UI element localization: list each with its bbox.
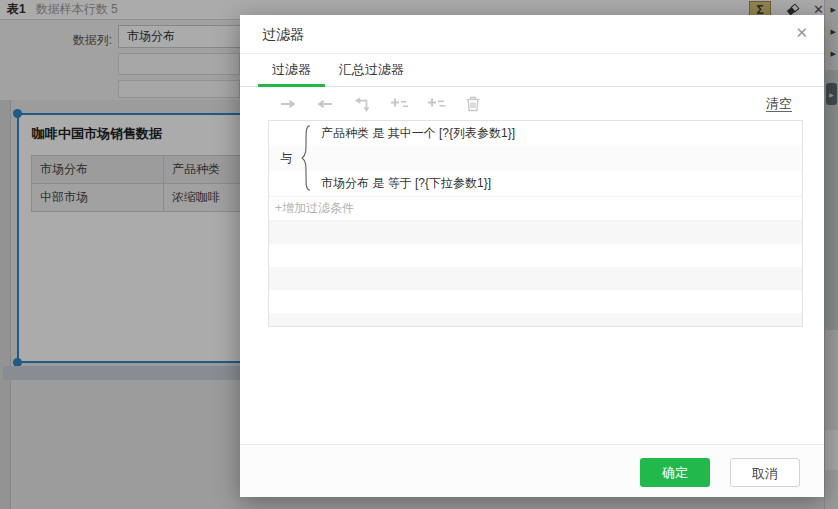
- move-left-button[interactable]: [315, 94, 335, 114]
- condition-group: 产品种类 是 其中一个 [?{列表参数1}] 市场分布 是 等于 [?{下拉参数…: [269, 121, 802, 197]
- dialog-title: 过滤器: [262, 15, 304, 53]
- move-to-sublevel-icon: [352, 94, 372, 114]
- filter-dialog: 过滤器 ✕ 过滤器 汇总过滤器: [240, 15, 824, 497]
- add-filter-condition-row[interactable]: +增加过滤条件: [269, 197, 802, 221]
- app-root: 表1 数据样本行数 5 Σ ✕ 数据列: 市场分布: [0, 0, 838, 509]
- empty-list-row: [269, 244, 802, 267]
- cancel-button[interactable]: 取消: [730, 458, 800, 487]
- dialog-footer: 确定 取消: [240, 444, 824, 497]
- dialog-header: 过滤器 ✕: [240, 15, 824, 54]
- trash-icon: [463, 94, 483, 114]
- filter-condition-row[interactable]: 产品种类 是 其中一个 [?{列表参数1}]: [269, 121, 802, 146]
- condition-group-spacer: [269, 146, 802, 171]
- add-sub-condition-button[interactable]: [389, 94, 409, 114]
- clear-all-link[interactable]: 清空: [766, 96, 792, 112]
- dialog-close-button[interactable]: ✕: [795, 24, 808, 42]
- confirm-button[interactable]: 确定: [640, 458, 710, 487]
- dialog-tabs: 过滤器 汇总过滤器: [240, 54, 824, 87]
- empty-list-row: [269, 221, 802, 244]
- move-right-button[interactable]: [278, 94, 298, 114]
- empty-list-row: [269, 290, 802, 313]
- arrow-left-icon: [315, 94, 335, 114]
- logical-operator-label: 与: [273, 121, 299, 196]
- tab-aggregate-filter[interactable]: 汇总过滤器: [325, 54, 418, 86]
- filter-toolbar: 清空: [240, 87, 824, 121]
- add-sub-group-button[interactable]: [426, 94, 446, 114]
- arrow-right-icon: [278, 94, 298, 114]
- delete-condition-button[interactable]: [463, 94, 483, 114]
- empty-list-row: [269, 267, 802, 290]
- group-brace-icon: [299, 124, 315, 192]
- move-to-sublevel-button[interactable]: [352, 94, 372, 114]
- filter-condition-row[interactable]: 市场分布 是 等于 [?{下拉参数1}]: [269, 171, 802, 196]
- add-sub-condition-icon: [389, 94, 409, 114]
- filter-condition-list: 产品种类 是 其中一个 [?{列表参数1}] 市场分布 是 等于 [?{下拉参数…: [268, 120, 803, 327]
- tab-filter[interactable]: 过滤器: [258, 54, 325, 86]
- empty-list-row: [269, 313, 802, 327]
- add-sub-group-icon: [426, 94, 446, 114]
